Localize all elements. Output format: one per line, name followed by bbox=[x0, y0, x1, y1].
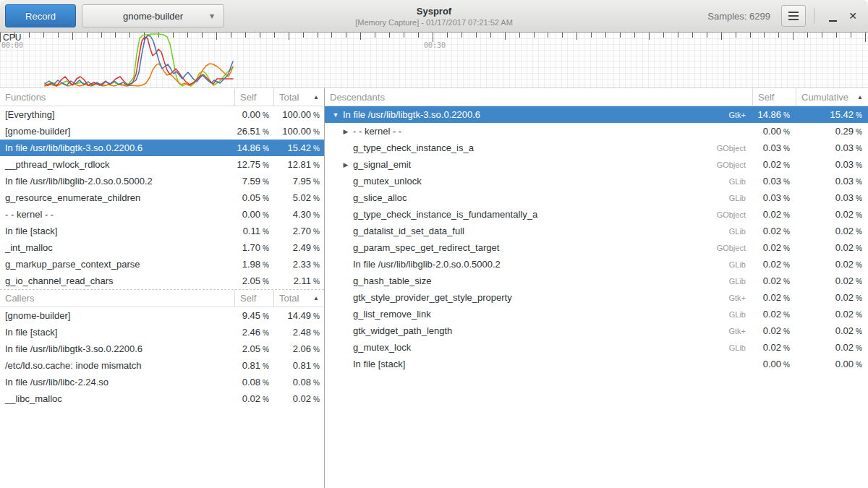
tree-row[interactable]: gtk_style_provider_get_style_propertyGtk… bbox=[325, 289, 868, 306]
cumulative-percent: 0.02% bbox=[796, 242, 868, 253]
table-row[interactable]: In file /usr/lib/libc-2.24.so0.08%0.08% bbox=[0, 374, 324, 390]
table-row[interactable]: _int_malloc1.70%2.49% bbox=[0, 239, 324, 256]
tree-row[interactable]: g_hash_table_sizeGLib0.02%0.02% bbox=[325, 273, 868, 289]
percent-value: 0.00 bbox=[835, 359, 854, 369]
table-row[interactable]: __libc_malloc0.02%0.02% bbox=[0, 390, 324, 407]
tree-row[interactable]: ▶- - kernel - -0.00%0.29% bbox=[325, 123, 868, 140]
cumulative-percent: 0.02% bbox=[796, 226, 868, 236]
tree-row[interactable]: g_type_check_instance_is_fundamentally_a… bbox=[325, 206, 868, 223]
self-percent: 0.08% bbox=[234, 377, 273, 388]
tree-row[interactable]: g_type_check_instance_is_aGObject0.03%0.… bbox=[325, 140, 868, 156]
percent-value: 0.02 bbox=[835, 242, 854, 253]
percent-sign: % bbox=[313, 395, 320, 403]
table-row[interactable]: __pthread_rwlock_rdlock12.75%12.81% bbox=[0, 156, 324, 173]
total-percent: 0.02% bbox=[273, 393, 324, 404]
column-header-descendants[interactable]: Descendants bbox=[325, 88, 752, 106]
tree-row[interactable]: In file /usr/lib/libglib-2.0.so.0.5000.2… bbox=[325, 256, 868, 273]
close-button[interactable]: ✕ bbox=[843, 5, 863, 27]
table-row[interactable]: In file /usr/lib/libgtk-3.so.0.2200.62.0… bbox=[0, 341, 324, 357]
header-bar: Record gnome-builder ▾ Sysprof [Memory C… bbox=[0, 0, 868, 33]
tree-row[interactable]: g_param_spec_get_redirect_targetGObject0… bbox=[325, 239, 868, 256]
menu-button[interactable] bbox=[781, 5, 806, 27]
percent-value: 0.02 bbox=[763, 226, 781, 236]
percent-value: 2.46 bbox=[242, 327, 260, 338]
table-row[interactable]: [gnome-builder]9.45%14.49% bbox=[0, 307, 324, 324]
percent-value: 0.00 bbox=[242, 109, 260, 120]
hamburger-icon bbox=[788, 15, 799, 17]
table-row[interactable]: In file [stack]2.46%2.48% bbox=[0, 324, 324, 341]
percent-sign: % bbox=[263, 329, 269, 337]
process-selector-label: gnome-builder bbox=[123, 11, 183, 22]
callers-header-row: Callers Self Total ▲ bbox=[0, 289, 324, 307]
table-row[interactable]: g_resource_enumerate_children0.05%5.02% bbox=[0, 189, 324, 206]
column-header-total[interactable]: Total ▲ bbox=[273, 290, 324, 307]
tree-row[interactable]: In file [stack]0.00%0.00% bbox=[325, 356, 868, 372]
table-row[interactable]: In file /usr/lib/libglib-2.0.so.0.5000.2… bbox=[0, 173, 324, 189]
column-header-self[interactable]: Self bbox=[752, 88, 796, 106]
self-percent: 0.02% bbox=[752, 226, 796, 236]
headerbar-separator bbox=[814, 8, 814, 24]
library-tag: GLib bbox=[729, 277, 752, 286]
tree-row[interactable]: ▶g_signal_emitGObject0.02%0.03% bbox=[325, 156, 868, 173]
cpu-graph[interactable]: CPU 00:00 00:30 bbox=[0, 33, 868, 88]
percent-sign: % bbox=[313, 278, 320, 286]
self-percent: 0.81% bbox=[234, 360, 273, 371]
function-name: gtk_widget_path_length bbox=[351, 325, 728, 336]
table-row[interactable]: In file [stack]0.11%2.70% bbox=[0, 223, 324, 239]
library-tag: GLib bbox=[729, 310, 752, 319]
column-header-self[interactable]: Self bbox=[234, 290, 273, 307]
function-name: g_datalist_id_set_data_full bbox=[351, 226, 729, 236]
table-row[interactable]: - - kernel - -0.00%4.30% bbox=[0, 206, 324, 223]
self-percent: 0.02% bbox=[752, 242, 796, 253]
percent-sign: % bbox=[783, 128, 790, 136]
column-header-functions[interactable]: Functions bbox=[0, 88, 234, 106]
percent-sign: % bbox=[313, 128, 320, 136]
tree-row[interactable]: g_mutex_unlockGLib0.03%0.03% bbox=[325, 173, 868, 189]
table-row[interactable]: g_markup_parse_context_parse1.98%2.33% bbox=[0, 256, 324, 273]
tree-row[interactable]: g_list_remove_linkGLib0.02%0.02% bbox=[325, 306, 868, 322]
callers-list: [gnome-builder]9.45%14.49%In file [stack… bbox=[0, 307, 324, 407]
tree-row[interactable]: g_mutex_lockGLib0.02%0.02% bbox=[325, 339, 868, 356]
percent-sign: % bbox=[263, 312, 269, 320]
minimize-button[interactable] bbox=[822, 5, 843, 27]
process-selector-dropdown[interactable]: gnome-builder ▾ bbox=[82, 4, 224, 27]
percent-sign: % bbox=[263, 244, 269, 252]
self-percent: 1.98% bbox=[234, 259, 273, 270]
tree-row[interactable]: g_datalist_id_set_data_fullGLib0.02%0.02… bbox=[325, 223, 868, 239]
total-percent: 100.00% bbox=[273, 109, 324, 120]
expander-closed-icon[interactable]: ▶ bbox=[341, 161, 351, 168]
expander-closed-icon[interactable]: ▶ bbox=[341, 128, 351, 135]
total-percent: 2.49% bbox=[273, 242, 324, 253]
window-subtitle: [Memory Capture] - 01/17/2017 07:21:52 A… bbox=[355, 18, 513, 27]
column-header-self[interactable]: Self bbox=[234, 88, 273, 106]
library-tag: GLib bbox=[729, 177, 752, 186]
table-row[interactable]: [gnome-builder]26.51%100.00% bbox=[0, 123, 324, 140]
tree-row[interactable]: gtk_widget_path_lengthGtk+0.02%0.02% bbox=[325, 322, 868, 339]
percent-value: 0.11 bbox=[243, 226, 260, 236]
percent-value: 0.03 bbox=[763, 192, 781, 203]
expander-open-icon[interactable]: ▼ bbox=[331, 111, 341, 119]
percent-value: 0.02 bbox=[763, 259, 781, 270]
time-label-start: 00:00 bbox=[1, 41, 23, 49]
column-header-cumulative[interactable]: Cumulative ▲ bbox=[796, 88, 868, 106]
column-header-callers[interactable]: Callers bbox=[0, 290, 234, 307]
record-button[interactable]: Record bbox=[5, 4, 76, 27]
table-row[interactable]: /etc/ld.so.cache: inode mismatch0.81%0.8… bbox=[0, 357, 324, 374]
percent-sign: % bbox=[313, 379, 320, 387]
percent-sign: % bbox=[313, 161, 320, 169]
table-row[interactable]: In file /usr/lib/libgtk-3.so.0.2200.614.… bbox=[0, 140, 324, 156]
tree-row[interactable]: ▼In file /usr/lib/libgtk-3.so.0.2200.6Gt… bbox=[325, 106, 868, 123]
percent-value: 0.81 bbox=[242, 360, 260, 371]
total-percent: 4.30% bbox=[273, 209, 324, 220]
table-row[interactable]: [Everything]0.00%100.00% bbox=[0, 106, 324, 123]
self-percent: 0.00% bbox=[234, 209, 273, 220]
percent-value: 0.02 bbox=[835, 275, 854, 286]
tree-row[interactable]: g_slice_allocGLib0.03%0.03% bbox=[325, 189, 868, 206]
functions-list: [Everything]0.00%100.00%[gnome-builder]2… bbox=[0, 106, 324, 289]
percent-value: 0.02 bbox=[835, 325, 854, 336]
percent-sign: % bbox=[856, 161, 862, 169]
table-row[interactable]: g_io_channel_read_chars2.05%2.11% bbox=[0, 273, 324, 289]
percent-value: 0.03 bbox=[835, 142, 854, 153]
percent-sign: % bbox=[313, 261, 320, 269]
column-header-total[interactable]: Total ▲ bbox=[273, 88, 324, 106]
